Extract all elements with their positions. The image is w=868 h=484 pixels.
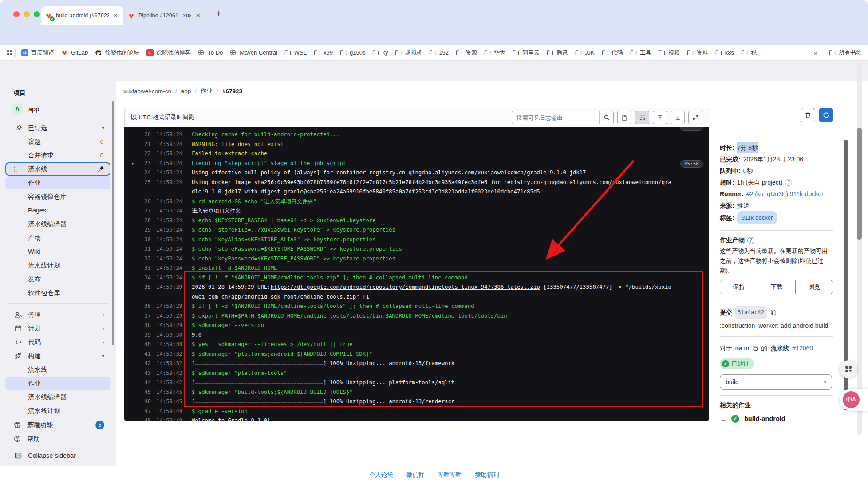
- log-line-number[interactable]: 27: [139, 206, 151, 216]
- collapse-section-icon[interactable]: ▾: [131, 159, 139, 169]
- log-line-number[interactable]: 21: [139, 140, 151, 150]
- commit-sha[interactable]: 3fa4ac42: [735, 306, 767, 319]
- log-line-number[interactable]: 36: [139, 302, 151, 311]
- pinned-icon[interactable]: [98, 165, 104, 173]
- job-detail-value[interactable]: #2 (ku_gUu3P) 911k-docker: [746, 188, 824, 200]
- related-job-item[interactable]: → ✓ build-android: [720, 415, 833, 423]
- log-line-number[interactable]: 38: [139, 321, 151, 331]
- sidebar-item-wiki[interactable]: Wiki: [5, 245, 110, 258]
- log-line-number[interactable]: 43: [139, 369, 151, 378]
- bookmark-item[interactable]: x99: [313, 49, 333, 56]
- extension-float-button[interactable]: [840, 360, 857, 378]
- breadcrumb-item[interactable]: 作业: [201, 87, 213, 95]
- browser-tab-0[interactable]: ✓ build-android (#67923) · 作业 ✕: [41, 6, 123, 25]
- job-log-terminal[interactable]: 20 14:59:24 Checking cache for build-and…: [124, 127, 709, 421]
- log-line-number[interactable]: 25: [139, 178, 151, 188]
- bookmark-item[interactable]: ky: [372, 49, 388, 56]
- bookmark-item[interactable]: 代码: [601, 49, 623, 57]
- minimize-window-icon[interactable]: [24, 11, 30, 17]
- sidebar-item-jobs[interactable]: 作业: [5, 176, 110, 189]
- log-line-number[interactable]: 37: [139, 311, 151, 321]
- fullscreen-log-button[interactable]: [688, 111, 702, 124]
- bookmark-item[interactable]: 资源: [455, 49, 477, 57]
- bookmark-item[interactable]: Maven Central: [229, 49, 277, 56]
- sidebar-item-pipeline-schedules[interactable]: 流水线计划: [5, 259, 110, 272]
- footer-link[interactable]: 哔哩哔哩: [438, 471, 462, 479]
- sidebar-item-build-jobs[interactable]: 作业: [5, 377, 110, 390]
- log-line-number[interactable]: 44: [139, 378, 151, 388]
- all-bookmarks-button[interactable]: 所有书签: [829, 49, 862, 57]
- bookmark-item[interactable]: 阿里云: [512, 49, 540, 57]
- bookmark-item[interactable]: 译 百度翻译: [21, 49, 54, 57]
- bookmark-item[interactable]: 税: [741, 49, 757, 57]
- sidebar-item-pipelines[interactable]: 流水线: [5, 162, 110, 176]
- sidebar-project[interactable]: A app: [5, 102, 110, 117]
- scroll-to-bottom-button[interactable]: [671, 111, 685, 124]
- bookmark-item[interactable]: To Do: [197, 49, 223, 56]
- sidebar-item-artifacts[interactable]: 产物: [5, 231, 110, 244]
- bookmark-item[interactable]: JJK: [575, 49, 595, 56]
- bookmark-item[interactable]: 华为: [484, 49, 505, 57]
- macos-traffic-lights[interactable]: [13, 11, 40, 17]
- log-search-button[interactable]: [599, 111, 613, 124]
- sidebar-item-build-pipelines[interactable]: 流水线: [5, 363, 110, 376]
- copy-icon[interactable]: [752, 346, 758, 351]
- raw-log-button[interactable]: [617, 111, 631, 124]
- bookmark-item[interactable]: 虚拟机: [395, 49, 422, 57]
- help-icon[interactable]: ?: [747, 237, 754, 244]
- log-line-number[interactable]: 24: [139, 168, 151, 178]
- browser-scrollbar-thumb[interactable]: [857, 128, 862, 240]
- log-line-number[interactable]: 33: [139, 264, 151, 273]
- retry-job-button[interactable]: [819, 108, 833, 122]
- bookmark-item[interactable]: g150s: [339, 49, 365, 56]
- sidebar-item-merge-requests[interactable]: 合并请求 0: [5, 149, 110, 162]
- runner-tag-badge[interactable]: 911k-docker: [737, 211, 777, 224]
- close-icon[interactable]: ✕: [112, 12, 119, 19]
- sidebar-item-container-registry[interactable]: 容器镜像仓库: [5, 190, 110, 203]
- log-line-number[interactable]: 48: [139, 416, 151, 421]
- artifact-button[interactable]: 保持: [720, 280, 758, 294]
- bookmark-item[interactable]: 192: [429, 49, 449, 56]
- log-line-number[interactable]: 22: [139, 149, 151, 159]
- log-line-number[interactable]: 46: [139, 397, 151, 407]
- close-icon[interactable]: ✕: [194, 12, 201, 19]
- bookmark-item[interactable]: k8s: [715, 49, 734, 56]
- log-line-number[interactable]: 35: [139, 283, 151, 292]
- log-line-number[interactable]: 26: [139, 197, 151, 207]
- bookmark-item[interactable]: WSL: [284, 49, 307, 56]
- wrap-lines-button[interactable]: [635, 111, 649, 124]
- log-line-number[interactable]: 42: [139, 359, 151, 369]
- erase-log-button[interactable]: [801, 108, 815, 122]
- footer-link[interactable]: 个人论坛: [369, 471, 393, 479]
- artifact-button[interactable]: 浏览: [795, 280, 833, 294]
- apps-grid-icon[interactable]: [6, 49, 13, 56]
- translate-float-button[interactable]: 中A: [840, 389, 868, 411]
- log-line-number[interactable]: 45: [139, 388, 151, 397]
- breadcrumb-item[interactable]: xuxiaowei-com-cn: [123, 88, 171, 94]
- log-line-number[interactable]: 30: [139, 235, 151, 245]
- browser-tab-1[interactable]: Pipeline #12061 · xuxiaowei-c ✕: [123, 6, 206, 25]
- log-line-number[interactable]: 40: [139, 340, 151, 350]
- sidebar-item-whats-new[interactable]: 新增功能 5: [5, 418, 110, 432]
- sidebar-pinned-header[interactable]: 已钉选 ▾: [5, 121, 110, 134]
- log-line-number[interactable]: 23: [139, 159, 151, 169]
- sidebar-item-pages[interactable]: Pages: [5, 204, 110, 217]
- fullscreen-window-icon[interactable]: [34, 11, 40, 17]
- breadcrumb-item[interactable]: #67923: [222, 88, 242, 94]
- close-window-icon[interactable]: [13, 11, 20, 17]
- bookmarks-overflow-icon[interactable]: »: [814, 49, 817, 56]
- drag-grip-icon[interactable]: [12, 166, 18, 173]
- log-line-number[interactable]: 39: [139, 331, 151, 340]
- sidebar-item-issues[interactable]: 议题 0: [5, 135, 110, 148]
- sidebar-section-build[interactable]: 构建 ▾: [5, 349, 110, 362]
- bookmark-item[interactable]: 视频: [658, 49, 680, 57]
- bookmark-item[interactable]: 伟 徐晓伟的论坛: [95, 49, 139, 57]
- breadcrumb-item[interactable]: app: [181, 88, 191, 94]
- bookmark-item[interactable]: 资料: [687, 49, 708, 57]
- log-line-number[interactable]: 32: [139, 254, 151, 264]
- sidebar-item-releases[interactable]: 发布: [5, 272, 110, 286]
- stage-dropdown[interactable]: build ▾: [720, 374, 832, 390]
- log-line-number[interactable]: 31: [139, 244, 151, 254]
- sidebar-item-build-pipeline-editor[interactable]: 流水线编辑器: [5, 390, 110, 404]
- new-tab-button[interactable]: +: [212, 8, 225, 19]
